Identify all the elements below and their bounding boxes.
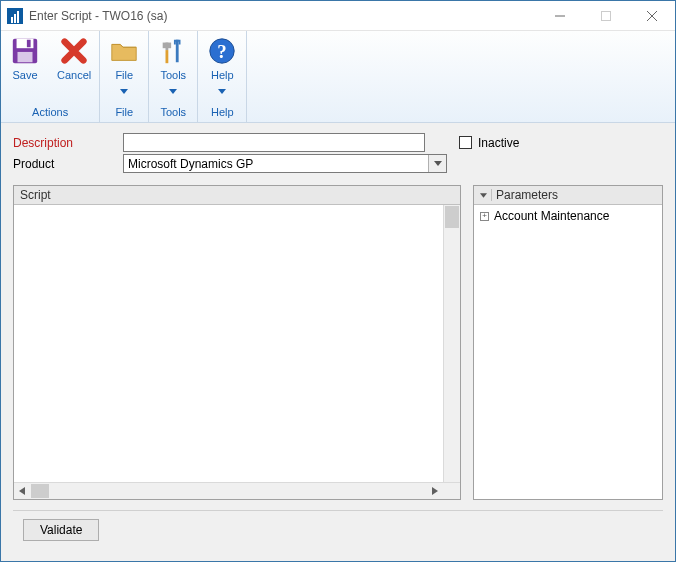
svg-text:?: ? xyxy=(218,41,227,62)
tools-button[interactable]: Tools xyxy=(149,31,197,103)
scroll-left-icon xyxy=(14,483,31,500)
panel-dropdown-icon[interactable] xyxy=(480,189,492,201)
parameters-panel: Parameters + Account Maintenance xyxy=(473,185,663,500)
ribbon-group-tools: Tools Tools xyxy=(149,31,198,122)
save-button[interactable]: Save xyxy=(1,31,49,103)
vertical-scrollbar[interactable] xyxy=(443,205,460,482)
script-panel-header: Script xyxy=(14,186,460,205)
close-button[interactable] xyxy=(629,1,675,31)
ribbon-group-label: Tools xyxy=(149,103,197,122)
parameters-header-label: Parameters xyxy=(496,188,558,202)
help-button[interactable]: ? Help xyxy=(198,31,246,103)
inactive-checkbox[interactable] xyxy=(459,136,472,149)
description-row: Description Inactive xyxy=(13,133,663,152)
description-label: Description xyxy=(13,136,123,150)
dropdown-icon xyxy=(120,83,128,97)
script-textarea[interactable] xyxy=(14,205,443,482)
ribbon-group-label: Actions xyxy=(1,103,99,122)
ribbon-group-actions: Save Cancel Actions xyxy=(1,31,100,122)
file-label: File xyxy=(115,69,133,81)
cancel-label: Cancel xyxy=(57,69,91,81)
dropdown-icon xyxy=(169,83,177,97)
description-input[interactable] xyxy=(123,133,425,152)
footer-bar: Validate xyxy=(13,510,663,551)
svg-rect-8 xyxy=(166,50,169,63)
file-button[interactable]: File xyxy=(100,31,148,103)
ribbon-group-help: ? Help Help xyxy=(198,31,247,122)
svg-rect-5 xyxy=(17,39,34,48)
ribbon-group-label: Help xyxy=(198,103,246,122)
expand-icon[interactable]: + xyxy=(480,212,489,221)
folder-icon xyxy=(108,35,140,67)
scroll-right-icon xyxy=(426,483,443,500)
app-icon xyxy=(7,8,23,24)
ribbon-group-file: File File xyxy=(100,31,149,122)
product-label: Product xyxy=(13,157,123,171)
parameters-panel-header: Parameters xyxy=(474,186,662,205)
title-bar: Enter Script - TWO16 (sa) xyxy=(1,1,675,31)
inactive-label: Inactive xyxy=(478,136,519,150)
tree-item-label: Account Maintenance xyxy=(494,209,609,223)
minimize-button[interactable] xyxy=(537,1,583,31)
script-header-label: Script xyxy=(20,188,51,202)
product-combobox[interactable]: Microsoft Dynamics GP xyxy=(123,154,447,173)
save-label: Save xyxy=(12,69,37,81)
product-row: Product Microsoft Dynamics GP xyxy=(13,154,663,173)
ribbon-toolbar: Save Cancel Actions File File xyxy=(1,31,675,123)
content-area: Description Inactive Product Microsoft D… xyxy=(1,123,675,561)
help-label: Help xyxy=(211,69,234,81)
horizontal-scrollbar[interactable] xyxy=(14,482,460,499)
dropdown-icon xyxy=(218,83,226,97)
combobox-dropdown-icon xyxy=(428,155,446,172)
svg-rect-9 xyxy=(176,40,179,63)
script-panel: Script xyxy=(13,185,461,500)
help-icon: ? xyxy=(206,35,238,67)
window-title: Enter Script - TWO16 (sa) xyxy=(29,9,167,23)
tree-item[interactable]: + Account Maintenance xyxy=(480,209,656,223)
svg-rect-6 xyxy=(27,40,31,48)
svg-rect-1 xyxy=(602,11,611,20)
validate-button[interactable]: Validate xyxy=(23,519,99,541)
svg-rect-7 xyxy=(18,52,33,62)
tools-label: Tools xyxy=(160,69,186,81)
product-value: Microsoft Dynamics GP xyxy=(128,157,253,171)
ribbon-group-label: File xyxy=(100,103,148,122)
save-icon xyxy=(9,35,41,67)
cancel-icon xyxy=(58,35,90,67)
cancel-button[interactable]: Cancel xyxy=(49,31,99,103)
maximize-button[interactable] xyxy=(583,1,629,31)
tools-icon xyxy=(157,35,189,67)
